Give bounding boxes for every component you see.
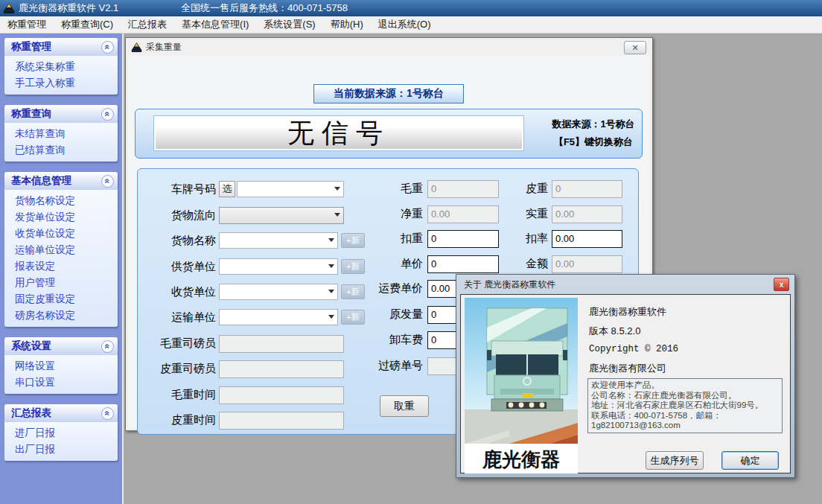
- menu-item-3[interactable]: 基本信息管理(I): [174, 16, 256, 34]
- form-label-单价: 单价: [316, 257, 423, 271]
- ok-button[interactable]: 确定: [721, 451, 779, 470]
- menu-item-2[interactable]: 汇总报表: [121, 16, 174, 34]
- sidebar-item[interactable]: 进厂日报: [4, 424, 118, 441]
- sidebar-item[interactable]: 磅房名称设定: [4, 307, 118, 323]
- form-label-运输单位: 运输单位: [138, 310, 216, 325]
- form-label-净重: 净重: [316, 207, 423, 221]
- about-version: 版本 8.5.2.0: [589, 325, 640, 338]
- form-label-供货单位: 供货单位: [138, 260, 216, 274]
- menu-item-0[interactable]: 称重管理: [0, 16, 54, 34]
- sidebar-section-header: 称重管理«: [4, 38, 118, 56]
- sidebar-section-2: 基本信息管理«货物名称设定发货单位设定收货单位设定运输单位设定报表设定用户管理固…: [4, 172, 118, 327]
- sidebar-item[interactable]: 网络设置: [4, 357, 118, 374]
- form-label-货物名称: 货物名称: [138, 234, 216, 248]
- source-info-line2: 【F5】键切换称台: [547, 135, 640, 149]
- form-label-扣率: 扣率: [450, 232, 548, 246]
- collapse-chevron-icon[interactable]: «: [101, 41, 114, 54]
- svg-text:鹿光衡器: 鹿光衡器: [482, 448, 560, 470]
- form-label-车牌号码: 车牌号码: [138, 182, 216, 197]
- form-label-实重: 实重: [450, 207, 548, 221]
- form-label-毛重时间: 毛重时间: [138, 388, 216, 402]
- sidebar-section-header: 基本信息管理«: [4, 172, 118, 190]
- sidebar-section-4: 汇总报表«进厂日报出厂日报: [4, 404, 118, 461]
- hotline-text: 全国统一售后服务热线：400-071-5758: [181, 1, 348, 15]
- source-info-line1: 数据来源：1号称台: [547, 118, 640, 131]
- close-icon[interactable]: ✕: [624, 41, 646, 54]
- about-dialog-title[interactable]: 关于 鹿光衡器称重软件: [464, 278, 555, 291]
- sidebar-section-header: 系统设置«: [4, 337, 118, 355]
- truck-image: 鹿光衡器: [465, 298, 578, 473]
- sidebar-section-title: 称重管理: [11, 40, 51, 54]
- about-copyright: Copyright © 2016: [589, 344, 678, 354]
- sidebar-item[interactable]: 报表设定: [4, 258, 118, 274]
- form-label-原发量: 原发量: [316, 307, 423, 322]
- about-info-line: 欢迎使用本产品。: [591, 380, 779, 391]
- about-product-name: 鹿光衡器称重软件: [589, 305, 666, 319]
- about-info-line: 公司名称：石家庄鹿光衡器有限公司。: [591, 391, 779, 401]
- sidebar-item[interactable]: 未结算查询: [4, 125, 118, 141]
- collect-window-title: 采集重量: [146, 41, 182, 54]
- sidebar-item[interactable]: 运输单位设定: [4, 241, 118, 258]
- collapse-chevron-icon[interactable]: «: [101, 108, 114, 121]
- form-label-收货单位: 收货单位: [138, 285, 216, 299]
- sidebar-section-3: 系统设置«网络设置串口设置: [4, 337, 118, 394]
- about-company: 鹿光衡器有限公司: [589, 362, 666, 375]
- collapse-chevron-icon[interactable]: «: [101, 407, 114, 420]
- 扣率-field[interactable]: 0.00: [552, 230, 622, 248]
- app-title: 鹿光衡器称重软件 V2.1: [19, 1, 118, 15]
- about-dialog: 关于 鹿光衡器称重软件 x: [456, 274, 795, 478]
- sidebar-section-header: 汇总报表«: [4, 404, 118, 422]
- collapse-chevron-icon[interactable]: «: [101, 175, 114, 188]
- sidebar-section-header: 称重查询«: [4, 105, 118, 123]
- form-label-运费单价: 运费单价: [316, 281, 423, 296]
- sidebar-item[interactable]: 发货单位设定: [4, 208, 118, 225]
- sidebar-item[interactable]: 固定皮重设定: [4, 290, 118, 307]
- menu-item-5[interactable]: 帮助(H): [323, 16, 371, 34]
- sidebar-item[interactable]: 收货单位设定: [4, 225, 118, 241]
- menu-item-1[interactable]: 称重查询(C): [54, 16, 121, 34]
- sidebar-item[interactable]: 用户管理: [4, 274, 118, 290]
- collapse-chevron-icon[interactable]: «: [101, 340, 114, 353]
- form-label-毛重司磅员: 毛重司磅员: [138, 336, 216, 351]
- take-weight-button[interactable]: 取重: [380, 395, 429, 417]
- 实重-field: 0.00: [552, 205, 622, 223]
- about-info-box: 欢迎使用本产品。公司名称：石家庄鹿光衡器有限公司。地址：河北省石家庄鹿泉区石柏北…: [587, 378, 783, 433]
- menu-item-6[interactable]: 退出系统(O): [371, 16, 439, 34]
- select-plate-button[interactable]: 选: [219, 181, 235, 197]
- data-source-banner: 当前数据来源：1号称台: [313, 84, 464, 103]
- app-root: 鹿光衡器称重软件 V2.1 全国统一售后服务热线：400-071-5758 称重…: [0, 0, 822, 504]
- sidebar-item[interactable]: 已结算查询: [4, 141, 118, 158]
- collect-window-icon: [131, 42, 142, 52]
- sidebar-section-items: 货物名称设定发货单位设定收货单位设定运输单位设定报表设定用户管理固定皮重设定磅房…: [4, 190, 118, 327]
- 皮重-field: 0: [552, 180, 622, 198]
- about-info-line: 联系电话：400-071-5758，邮箱：: [591, 411, 779, 421]
- about-dialog-body: 鹿光衡器 鹿光衡器称重软件 版本 8.5.2.0 Copyright © 201…: [460, 294, 791, 473]
- sidebar: 称重管理«系统采集称重手工录入称重称重查询«未结算查询已结算查询基本信息管理«货…: [0, 34, 124, 504]
- 皮重时间-field: [219, 412, 344, 430]
- sidebar-item[interactable]: 系统采集称重: [4, 58, 118, 74]
- sidebar-item[interactable]: 出厂日报: [4, 441, 118, 457]
- generate-serial-button[interactable]: 生成序列号: [646, 451, 704, 470]
- sidebar-section-items: 网络设置串口设置: [4, 355, 118, 394]
- form-label-毛重: 毛重: [316, 182, 423, 196]
- main-titlebar[interactable]: 鹿光衡器称重软件 V2.1 全国统一售后服务热线：400-071-5758: [0, 0, 822, 16]
- close-icon[interactable]: x: [774, 278, 789, 291]
- form-label-过磅单号: 过磅单号: [316, 359, 423, 373]
- form-label-皮重时间: 皮重时间: [138, 413, 216, 427]
- sidebar-section-1: 称重查询«未结算查询已结算查询: [4, 105, 118, 162]
- about-info-line: 1g82100713@163.com: [591, 421, 779, 431]
- menu-item-4[interactable]: 系统设置(S): [256, 16, 322, 34]
- form-label-金额: 金额: [450, 257, 548, 271]
- sidebar-section-title: 汇总报表: [11, 406, 51, 420]
- sidebar-section-title: 基本信息管理: [11, 174, 71, 188]
- sidebar-section-items: 进厂日报出厂日报: [4, 422, 118, 461]
- sidebar-item[interactable]: 手工录入称重: [4, 74, 118, 91]
- form-label-货物流向: 货物流向: [138, 208, 216, 223]
- sidebar-section-title: 系统设置: [11, 339, 51, 353]
- sidebar-item[interactable]: 串口设置: [4, 374, 118, 390]
- 金额-field: 0.00: [552, 255, 622, 273]
- sidebar-item[interactable]: 货物名称设定: [4, 192, 118, 208]
- 毛重时间-field: [219, 386, 344, 404]
- weight-display: 无信号: [153, 115, 524, 151]
- collect-window-titlebar[interactable]: 采集重量 ✕: [126, 38, 652, 56]
